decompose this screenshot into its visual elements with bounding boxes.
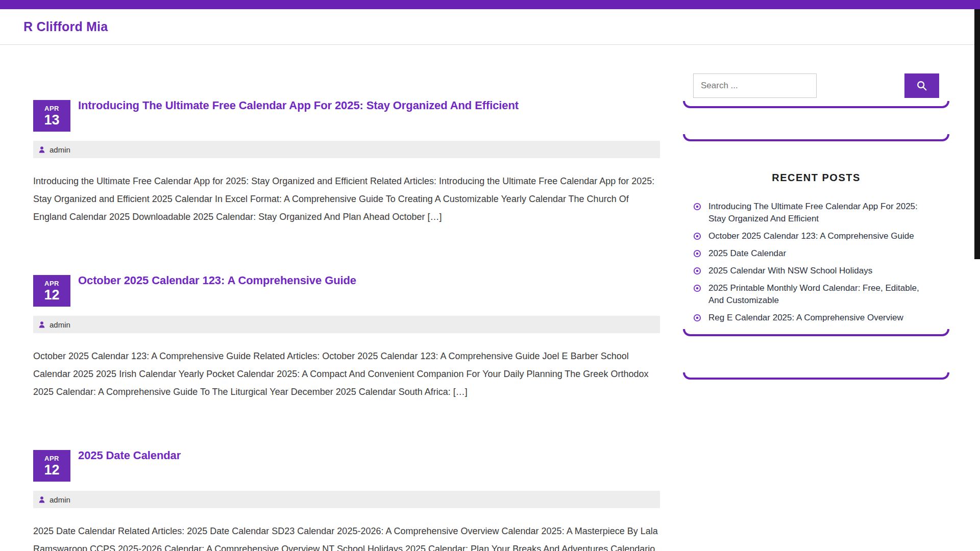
post-author-link[interactable]: admin: [50, 145, 70, 154]
post-date-badge: APR 13: [33, 100, 70, 132]
recent-posts-heading: RECENT POSTS: [683, 171, 949, 184]
post-title-link[interactable]: 2025 Date Calendar: [78, 448, 181, 463]
user-icon: [38, 496, 45, 503]
post-header: APR 12 2025 Date Calendar: [33, 450, 660, 482]
post-date-month: APR: [44, 455, 59, 462]
post-excerpt: October 2025 Calendar 123: A Comprehensi…: [33, 347, 660, 401]
vertical-scrollbar[interactable]: [974, 9, 980, 259]
empty-widget-border: [683, 372, 949, 380]
bullseye-icon: [693, 232, 701, 240]
empty-widget-border: [683, 134, 949, 141]
bullseye-icon: [693, 267, 701, 275]
post-meta-bar: admin: [33, 491, 660, 508]
post-meta-bar: admin: [33, 316, 660, 333]
post-author-link[interactable]: admin: [50, 495, 70, 504]
search-button[interactable]: [904, 73, 939, 98]
search-icon: [916, 80, 927, 91]
post-title-link[interactable]: October 2025 Calendar 123: A Comprehensi…: [78, 273, 356, 288]
recent-post-item: Introducing The Ultimate Free Calendar A…: [693, 201, 949, 225]
search-widget: [683, 73, 949, 98]
post-date-day: 12: [44, 462, 59, 478]
site-header: R Clifford Mia: [0, 9, 980, 45]
post-date-month: APR: [44, 280, 59, 287]
recent-posts-widget-border: [683, 329, 949, 336]
site-title-link[interactable]: R Clifford Mia: [23, 19, 108, 34]
bullseye-icon: [693, 284, 701, 292]
bullseye-icon: [693, 249, 701, 258]
posts-column: APR 13 Introducing The Ultimate Free Cal…: [33, 100, 660, 551]
recent-post-item: 2025 Date Calendar: [693, 247, 949, 260]
recent-post-item: October 2025 Calendar 123: A Comprehensi…: [693, 230, 949, 242]
user-icon: [38, 146, 45, 153]
post-meta-bar: admin: [33, 141, 660, 158]
recent-post-item: 2025 Printable Monthly Word Calendar: Fr…: [693, 282, 949, 307]
post-excerpt: Introducing the Ultimate Free Calendar A…: [33, 172, 660, 226]
post-date-month: APR: [44, 105, 59, 112]
recent-post-link[interactable]: Reg E Calendar 2025: A Comprehensive Ove…: [708, 312, 903, 324]
post-title-link[interactable]: Introducing The Ultimate Free Calendar A…: [78, 98, 519, 113]
recent-post-link[interactable]: October 2025 Calendar 123: A Comprehensi…: [708, 230, 914, 242]
post-author-link[interactable]: admin: [50, 320, 70, 329]
recent-post-link[interactable]: 2025 Calendar With NSW School Holidays: [708, 265, 872, 277]
post-header: APR 12 October 2025 Calendar 123: A Comp…: [33, 275, 660, 307]
post-header: APR 13 Introducing The Ultimate Free Cal…: [33, 100, 660, 132]
sidebar: RECENT POSTS Introducing The Ultimate Fr…: [683, 73, 949, 380]
post-excerpt: 2025 Date Calendar Related Articles: 202…: [33, 522, 660, 551]
recent-post-link[interactable]: 2025 Date Calendar: [708, 247, 786, 260]
post-date-day: 13: [44, 112, 59, 128]
post-article: APR 12 October 2025 Calendar 123: A Comp…: [33, 275, 660, 401]
post-article: APR 13 Introducing The Ultimate Free Cal…: [33, 100, 660, 226]
recent-post-link[interactable]: 2025 Printable Monthly Word Calendar: Fr…: [708, 282, 933, 307]
post-article: APR 12 2025 Date Calendar admin 2025 Dat…: [33, 450, 660, 551]
search-input[interactable]: [693, 73, 817, 98]
recent-post-item: Reg E Calendar 2025: A Comprehensive Ove…: [693, 312, 949, 324]
post-date-badge: APR 12: [33, 275, 70, 307]
bullseye-icon: [693, 314, 701, 322]
post-date-day: 12: [44, 287, 59, 303]
user-icon: [38, 321, 45, 328]
recent-post-item: 2025 Calendar With NSW School Holidays: [693, 265, 949, 277]
top-accent-bar: [0, 0, 980, 9]
recent-posts-list: Introducing The Ultimate Free Calendar A…: [683, 201, 949, 324]
recent-post-link[interactable]: Introducing The Ultimate Free Calendar A…: [708, 201, 933, 225]
post-date-badge: APR 12: [33, 450, 70, 482]
bullseye-icon: [693, 203, 701, 211]
search-widget-border: [683, 101, 949, 108]
